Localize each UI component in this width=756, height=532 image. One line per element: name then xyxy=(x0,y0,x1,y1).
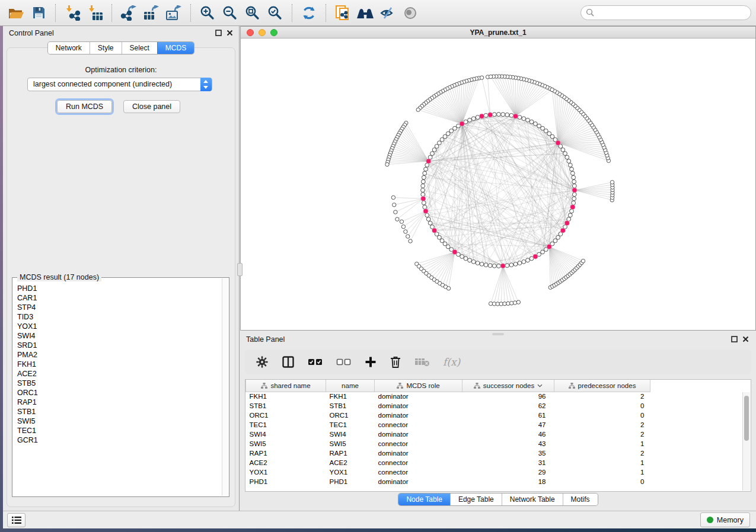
table-cell[interactable]: 2 xyxy=(554,392,650,401)
graph-node[interactable] xyxy=(570,171,575,175)
table-settings-button[interactable] xyxy=(256,355,269,368)
float-panel-icon[interactable] xyxy=(731,336,738,342)
table-cell[interactable]: 1 xyxy=(554,439,650,448)
graph-leaf-node[interactable] xyxy=(480,76,483,79)
zoom-out-button[interactable] xyxy=(219,3,241,23)
search-input[interactable] xyxy=(580,5,751,20)
graph-node[interactable] xyxy=(497,264,501,268)
graph-node[interactable] xyxy=(572,201,576,205)
show-all-button[interactable] xyxy=(399,3,422,23)
graph-node[interactable] xyxy=(513,262,518,266)
table-cell[interactable]: ACE2 xyxy=(326,458,375,467)
tab-network-table[interactable]: Network Table xyxy=(502,493,563,505)
table-row[interactable]: ORC1ORC1dominator610 xyxy=(246,411,737,420)
graph-leaf-node[interactable] xyxy=(395,217,399,221)
table-cell[interactable]: connector xyxy=(375,420,462,430)
table-row[interactable]: FKH1FKH1dominator962 xyxy=(246,392,737,401)
close-panel-icon[interactable] xyxy=(742,336,749,342)
import-network-button[interactable] xyxy=(61,3,84,23)
graph-leaf-node[interactable] xyxy=(406,235,410,238)
graph-node[interactable] xyxy=(426,217,430,222)
graph-node[interactable] xyxy=(572,184,576,188)
graph-node[interactable] xyxy=(572,180,576,184)
table-cell[interactable]: YOX1 xyxy=(246,467,326,477)
graph-leaf-node[interactable] xyxy=(401,225,405,228)
criterion-dropdown[interactable]: largest connected component (undirected) xyxy=(27,78,212,91)
mcds-result-item[interactable]: SRD1 xyxy=(17,341,221,350)
table-cell[interactable]: 29 xyxy=(462,467,554,477)
graph-node[interactable] xyxy=(497,113,501,117)
table-cell[interactable]: 2 xyxy=(554,430,650,439)
table-cell[interactable]: 2 xyxy=(554,420,650,430)
select-all-button[interactable] xyxy=(308,358,323,366)
table-row[interactable]: YOX1YOX1connector291 xyxy=(246,467,737,477)
graph-node[interactable] xyxy=(534,122,538,126)
mcds-result-item[interactable]: PHD1 xyxy=(17,284,221,293)
graph-leaf-node[interactable] xyxy=(516,300,520,304)
table-cell[interactable]: 0 xyxy=(554,477,650,486)
graph-node[interactable] xyxy=(518,116,522,120)
import-table-button[interactable] xyxy=(84,3,106,23)
table-cell[interactable]: SWI5 xyxy=(246,439,326,448)
graph-mcds-node[interactable] xyxy=(533,254,538,259)
graph-mcds-node[interactable] xyxy=(547,244,551,249)
export-image-button[interactable] xyxy=(162,3,185,23)
graph-leaf-node[interactable] xyxy=(385,162,389,166)
graph-leaf-node[interactable] xyxy=(610,180,614,184)
mcds-result-item[interactable]: STB5 xyxy=(17,379,221,388)
export-table-button[interactable] xyxy=(140,3,162,23)
graph-node[interactable] xyxy=(468,118,472,122)
graph-node[interactable] xyxy=(421,184,425,188)
table-cell[interactable]: 62 xyxy=(462,401,554,411)
graph-node[interactable] xyxy=(424,167,428,171)
column-header-predecessor-nodes[interactable]: predecessor nodes xyxy=(554,380,650,392)
table-cell[interactable]: ACE2 xyxy=(246,458,326,467)
column-header-name[interactable]: name xyxy=(326,380,375,392)
graph-node[interactable] xyxy=(428,221,432,225)
tab-node-table[interactable]: Node Table xyxy=(398,493,450,505)
open-button[interactable] xyxy=(5,3,27,23)
graph-node[interactable] xyxy=(570,209,574,213)
graph-node[interactable] xyxy=(422,201,426,205)
table-row[interactable]: STB1STB1dominator620 xyxy=(246,401,737,411)
graph-node[interactable] xyxy=(561,148,565,152)
table-cell[interactable]: 1 xyxy=(554,467,650,477)
graph-mcds-node[interactable] xyxy=(570,204,575,209)
graph-node[interactable] xyxy=(505,113,509,117)
table-cell[interactable]: ORC1 xyxy=(246,411,326,420)
graph-leaf-node[interactable] xyxy=(489,75,492,78)
table-cell[interactable]: dominator xyxy=(375,411,462,420)
table-scrollbar-thumb[interactable] xyxy=(744,396,749,441)
graph-node[interactable] xyxy=(484,113,488,117)
tab-style[interactable]: Style xyxy=(90,42,122,54)
graph-node[interactable] xyxy=(480,262,484,266)
graph-leaf-node[interactable] xyxy=(393,203,396,207)
zoom-in-button[interactable] xyxy=(196,3,219,23)
graph-node[interactable] xyxy=(468,258,472,262)
table-cell[interactable]: PHD1 xyxy=(326,477,375,486)
table-cell[interactable]: 46 xyxy=(462,430,554,439)
table-cell[interactable]: 43 xyxy=(462,439,554,448)
table-scrollbar[interactable] xyxy=(742,392,750,491)
table-cell[interactable]: dominator xyxy=(375,477,462,486)
graph-mcds-node[interactable] xyxy=(556,140,560,145)
table-cell[interactable]: YOX1 xyxy=(326,467,375,477)
table-cell[interactable]: 0 xyxy=(554,401,650,411)
table-cell[interactable]: FKH1 xyxy=(246,392,326,401)
table-row[interactable]: SWI5SWI5connector431 xyxy=(246,439,737,448)
graph-node[interactable] xyxy=(567,159,571,164)
table-cell[interactable]: 2 xyxy=(554,448,650,458)
run-mcds-button[interactable]: Run MCDS xyxy=(57,100,112,113)
graph-node[interactable] xyxy=(422,175,426,180)
mcds-result-item[interactable]: RAP1 xyxy=(17,398,221,407)
graph-node[interactable] xyxy=(565,155,569,159)
graph-node[interactable] xyxy=(430,152,435,156)
graph-node[interactable] xyxy=(421,193,425,197)
table-row[interactable]: TEC1TEC1connector472 xyxy=(246,420,737,430)
apply-layout-button[interactable] xyxy=(298,3,320,23)
graph-mcds-node[interactable] xyxy=(500,264,505,268)
table-cell[interactable]: 35 xyxy=(462,448,554,458)
graph-node[interactable] xyxy=(432,148,436,152)
vertical-splitter-handle[interactable] xyxy=(237,263,243,276)
mcds-result-item[interactable]: SWI4 xyxy=(17,331,221,341)
